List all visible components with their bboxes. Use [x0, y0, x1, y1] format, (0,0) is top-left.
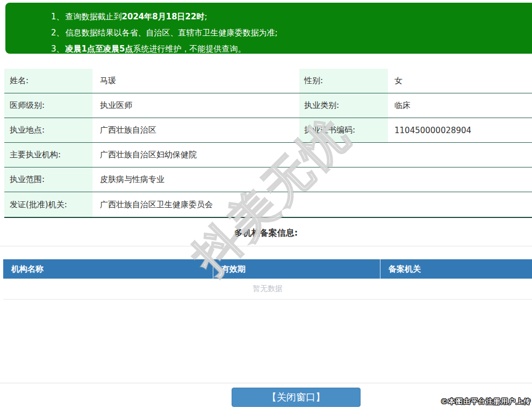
notice-line-2: 2、信息数据结果以各省、自治区、直辖市卫生健康委数据为准; — [51, 25, 532, 41]
notice-banner: 1、查询数据截止到2024年8月18日22时; 2、信息数据结果以各省、自治区、… — [5, 3, 532, 54]
notice-text: 系统进行维护，不能提供查询。 — [133, 44, 246, 54]
field-value-practice-location: 广西壮族自治区 — [92, 125, 297, 135]
field-label-name: 姓名: — [4, 69, 92, 93]
notice-text: 查询数据截止到 — [66, 12, 122, 21]
field-label-practice-scope: 执业范围: — [4, 167, 92, 192]
notice-text: ; — [204, 12, 207, 21]
field-label-issuing-authority: 发证(批准)机关: — [4, 192, 92, 217]
field-value-doctor-level: 执业医师 — [92, 100, 297, 111]
table-row: 执业范围: 皮肤病与性病专业 — [4, 167, 532, 192]
table-row: 执业地点: 广西壮族自治区 执业证书编码: 110450000028904 — [4, 118, 532, 143]
field-label-main-institution: 主要执业机构: — [4, 143, 92, 167]
notice-line-number: 1、 — [51, 12, 64, 21]
field-value-main-institution: 广西壮族自治区妇幼保健院 — [92, 150, 532, 160]
filing-records-table: 机构名称 有效期 备案机关 暂无数据 — [3, 259, 532, 300]
empty-data-placeholder: 暂无数据 — [3, 279, 532, 300]
notice-line-1: 1、查询数据截止到2024年8月18日22时; — [51, 9, 532, 25]
section-divider — [0, 246, 532, 246]
license-query-result-page: 1、查询数据截止到2024年8月18日22时; 2、信息数据结果以各省、自治区、… — [0, 0, 532, 408]
field-value-practice-scope: 皮肤病与性病专业 — [92, 174, 532, 185]
footer-divider — [0, 383, 532, 383]
notice-text: 信息数据结果以各省、自治区、直辖市卫生健康委数据为准; — [66, 28, 278, 38]
upload-credit-watermark: ©本图由平台注册用户上传 — [441, 397, 531, 406]
notice-line-3: 3、凌晨1点至凌晨5点系统进行维护，不能提供查询。 — [51, 41, 532, 57]
table-row: 发证(批准)机关: 广西壮族自治区卫生健康委员会 — [4, 192, 532, 217]
field-label-gender: 性别: — [299, 69, 388, 93]
notice-text-bold: 凌晨1点至凌晨5点 — [66, 44, 133, 54]
column-header-validity-period: 有效期 — [213, 259, 380, 279]
field-value-name: 马瑗 — [92, 76, 297, 86]
column-header-filing-authority: 备案机关 — [380, 259, 532, 279]
multi-institution-section-title: 多机构备案信息: — [0, 228, 532, 239]
field-value-practice-category: 临床 — [388, 100, 532, 111]
field-value-certificate-number: 110450000028904 — [388, 126, 532, 135]
table-row: 主要执业机构: 广西壮族自治区妇幼保健院 — [4, 143, 532, 167]
field-value-issuing-authority: 广西壮族自治区卫生健康委员会 — [92, 200, 532, 210]
notice-line-number: 3、 — [51, 44, 64, 54]
filing-table-header-row: 机构名称 有效期 备案机关 — [3, 259, 532, 279]
field-label-doctor-level: 医师级别: — [4, 93, 92, 118]
table-row: 医师级别: 执业医师 执业类别: 临床 — [4, 93, 532, 118]
field-value-gender: 女 — [388, 76, 532, 86]
table-row: 姓名: 马瑗 性别: 女 — [4, 69, 532, 93]
field-label-practice-location: 执业地点: — [4, 118, 92, 142]
field-label-practice-category: 执业类别: — [299, 93, 388, 118]
field-label-certificate-number: 执业证书编码: — [299, 118, 388, 142]
practitioner-info-table: 姓名: 马瑗 性别: 女 医师级别: 执业医师 执业类别: 临床 执业地点: 广… — [4, 69, 532, 218]
close-window-button[interactable]: 【关闭窗口】 — [232, 388, 361, 407]
column-header-institution-name: 机构名称 — [3, 259, 213, 279]
notice-line-number: 2、 — [51, 28, 64, 38]
notice-text-bold: 2024年8月18日22时 — [122, 12, 205, 21]
